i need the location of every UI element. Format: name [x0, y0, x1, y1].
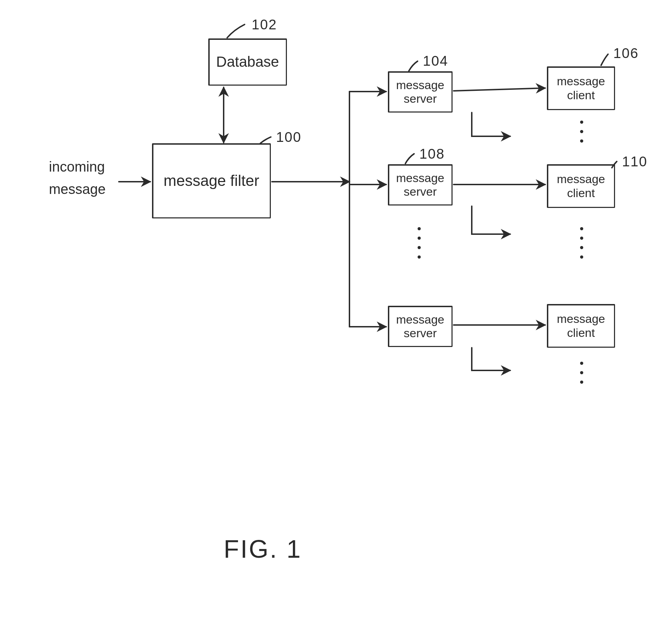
ref-database: 102	[252, 17, 277, 32]
ref-message-server-b: 108	[419, 146, 445, 162]
ref-message-client-b: 110	[622, 154, 648, 169]
ref-message-client-a: 106	[613, 45, 639, 61]
figure-caption: FIG. 1	[224, 535, 302, 563]
node-message-client-c: message client	[547, 304, 615, 348]
node-message-server-c: message server	[388, 306, 453, 347]
node-message-server-a-label: message server	[392, 78, 449, 106]
node-message-client-b-label: message client	[551, 172, 611, 200]
ref-message-server-a: 104	[423, 53, 448, 69]
ellipsis-clients-2	[580, 227, 583, 259]
node-message-client-b: message client	[547, 164, 615, 208]
node-message-client-a-label: message client	[551, 74, 611, 102]
node-database: Database	[208, 38, 287, 86]
node-message-server-b: message server	[388, 164, 453, 205]
node-message-server-b-label: message server	[392, 171, 449, 198]
node-message-filter: message filter	[152, 143, 271, 218]
node-message-client-a: message client	[547, 66, 615, 110]
node-message-server-a: message server	[388, 71, 453, 113]
node-message-server-c-label: message server	[392, 313, 449, 340]
ellipsis-clients-3	[580, 362, 583, 384]
node-message-filter-label: message filter	[164, 172, 259, 190]
diagram-canvas: Database 102 message filter 100 incoming…	[0, 0, 672, 636]
incoming-message-label: incoming message	[49, 156, 106, 200]
node-database-label: Database	[216, 53, 279, 70]
ellipsis-servers	[418, 227, 421, 259]
ref-message-filter: 100	[276, 129, 302, 145]
ellipsis-clients-1	[580, 121, 583, 143]
node-message-client-c-label: message client	[551, 312, 611, 339]
svg-line-7	[454, 88, 545, 91]
